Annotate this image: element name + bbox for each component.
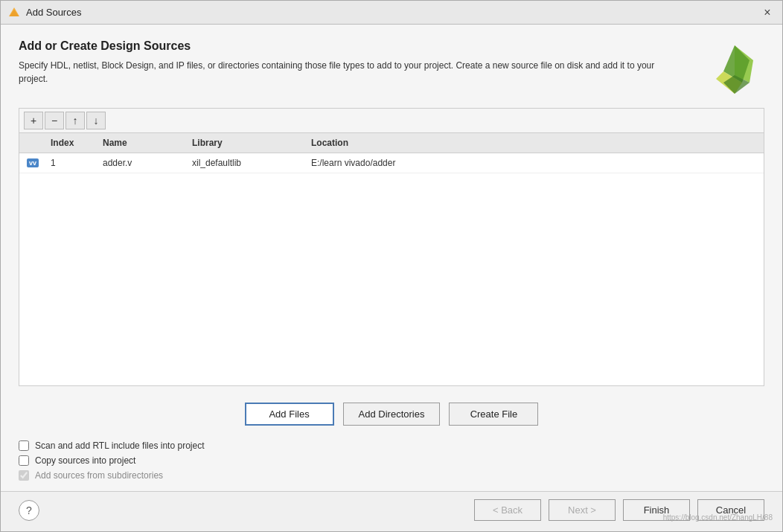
copy-sources-row: Copy sources into project [19,455,764,466]
move-down-btn[interactable]: ↓ [86,112,106,129]
header-title: Add or Create Design Sources [19,39,705,53]
table-header: Index Name Library Location [19,133,764,153]
add-directories-button[interactable]: Add Directories [343,403,441,426]
verilog-file-icon: vv [26,156,39,170]
add-subdirs-label: Add sources from subdirectories [35,470,163,481]
table-row[interactable]: vv 1 adder.v xil_defaultlib E:/learn viv… [19,153,764,173]
title-bar-left: Add Sources [8,7,81,19]
header-text: Add or Create Design Sources Specify HDL… [19,39,705,86]
row-icon-cell: vv [19,153,46,173]
col-header-name: Name [98,136,188,150]
header-area: Add or Create Design Sources Specify HDL… [19,39,764,99]
footer: ? < Back Next > Finish Cancel [1,491,782,531]
add-files-button[interactable]: Add Files [245,403,334,426]
table-body: vv 1 adder.v xil_defaultlib E:/learn viv… [19,153,764,385]
add-file-toolbar-btn[interactable]: + [24,112,43,129]
content-area: Add or Create Design Sources Specify HDL… [1,25,782,491]
add-subdirs-row: Add sources from subdirectories [19,470,764,481]
copy-sources-checkbox[interactable] [19,455,29,466]
scan-rtl-label: Scan and add RTL include files into proj… [35,440,204,451]
row-library: xil_defaultlib [188,155,307,171]
file-toolbar: + − ↑ ↓ [19,109,764,133]
vivado-logo [709,42,761,97]
col-header-icon [19,136,46,150]
create-file-button[interactable]: Create File [449,403,538,426]
logo-area [705,39,764,99]
scan-rtl-row: Scan and add RTL include files into proj… [19,440,764,451]
row-location: E:/learn vivado/adder [307,155,764,171]
title-bar: Add Sources × [1,1,782,25]
col-header-index: Index [46,136,98,150]
close-button[interactable]: × [760,5,775,20]
checkboxes-section: Scan and add RTL include files into proj… [19,438,764,484]
add-subdirs-checkbox[interactable] [19,470,29,481]
copy-sources-label: Copy sources into project [35,455,135,466]
app-icon [8,7,20,19]
row-index: 1 [46,155,98,171]
dialog: Add Sources × Add or Create Design Sourc… [0,0,783,532]
row-name: adder.v [98,155,188,171]
move-up-btn[interactable]: ↑ [65,112,85,129]
next-button[interactable]: Next > [549,499,616,521]
col-header-location: Location [307,136,764,150]
dialog-title: Add Sources [26,7,81,18]
header-description: Specify HDL, netlist, Block Design, and … [19,59,666,86]
help-button[interactable]: ? [19,500,39,521]
footer-left: ? [19,500,39,521]
col-header-library: Library [188,136,307,150]
watermark: https://blog.csdn.net/ZhangLH/88 [663,513,773,522]
file-panel: + − ↑ ↓ Index Name Library Location vv [19,108,764,386]
remove-file-toolbar-btn[interactable]: − [45,112,64,129]
back-button[interactable]: < Back [474,499,541,521]
scan-rtl-checkbox[interactable] [19,440,29,451]
action-buttons: Add Files Add Directories Create File [19,395,764,429]
